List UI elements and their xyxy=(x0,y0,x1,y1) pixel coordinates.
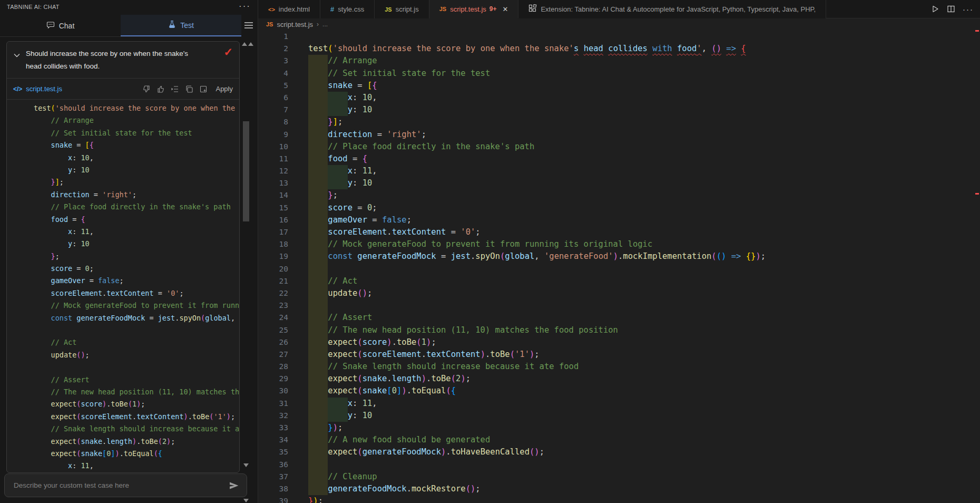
code-line[interactable]: 14 }; xyxy=(258,189,975,201)
test-card-header[interactable]: Should increase the score by one when th… xyxy=(7,42,239,78)
code-line[interactable]: 11 food = { xyxy=(258,153,975,165)
tab-chat[interactable]: Chat xyxy=(0,15,121,36)
code-line[interactable]: 4 // Set initial state for the test xyxy=(258,67,975,80)
code-line[interactable]: 22 update(); xyxy=(258,287,975,299)
code-line[interactable]: food = { xyxy=(14,214,239,226)
code-line[interactable]: expect(snake[0]).toEqual({ xyxy=(14,448,239,460)
thumbs-up-icon[interactable] xyxy=(156,85,165,93)
split-editor-icon[interactable] xyxy=(947,5,955,13)
custom-test-input[interactable] xyxy=(14,481,229,489)
code-line[interactable]: // The new head position (11, 10) matche… xyxy=(14,386,239,398)
scroll-up-icon[interactable] xyxy=(248,42,253,46)
code-line[interactable]: 12 x: 11, xyxy=(258,165,975,177)
code-line[interactable] xyxy=(14,324,239,336)
code-line[interactable]: 5 snake = [{ xyxy=(258,80,975,92)
code-line[interactable]: 35 expect(generateFoodMock).toHaveBeenCa… xyxy=(258,446,975,458)
scroll-up-icon[interactable] xyxy=(242,42,247,46)
code-line[interactable]: 28 // Snake length should increase becau… xyxy=(258,361,975,373)
close-icon[interactable]: ✕ xyxy=(503,5,508,13)
code-line[interactable]: }]; xyxy=(14,176,239,188)
code-line[interactable]: 18 // Mock generateFood to prevent it fr… xyxy=(258,238,975,250)
more-horizontal-icon[interactable]: ··· xyxy=(239,1,251,12)
copy-icon[interactable] xyxy=(185,85,193,93)
code-line[interactable]: expect(scoreElement.textContent).toBe('1… xyxy=(14,411,239,423)
breadcrumb-rest[interactable]: ... xyxy=(322,21,328,28)
code-line[interactable]: 16 gameOver = false; xyxy=(258,214,975,226)
code-line[interactable]: // Set initial state for the test xyxy=(14,127,239,139)
hamburger-menu-icon[interactable] xyxy=(243,20,255,32)
scroll-down-icon[interactable] xyxy=(243,499,249,502)
code-line[interactable]: 34 // A new food should be generated xyxy=(258,434,975,446)
send-icon[interactable] xyxy=(229,481,239,490)
code-line[interactable]: update(); xyxy=(14,349,239,361)
code-line[interactable]: // Act xyxy=(14,336,239,349)
tab-index-html[interactable]: <> index.html xyxy=(258,0,320,18)
code-line[interactable]: 19 const generateFoodMock = jest.spyOn(g… xyxy=(258,250,975,263)
code-line[interactable]: // Arrange xyxy=(14,114,239,127)
code-line[interactable]: 2test('should increase the score by one … xyxy=(258,43,975,55)
code-line[interactable]: 9 direction = 'right'; xyxy=(258,129,975,141)
code-line[interactable]: }; xyxy=(14,250,239,263)
code-line[interactable]: 30 expect(snake[0]).toEqual({ xyxy=(258,385,975,397)
tab-style-css[interactable]: # style.css xyxy=(320,0,375,18)
code-line[interactable]: x: 11, xyxy=(14,226,239,238)
code-line[interactable]: 17 scoreElement.textContent = '0'; xyxy=(258,226,975,238)
code-line[interactable]: gameOver = false; xyxy=(14,275,239,287)
code-line[interactable]: snake = [{ xyxy=(14,139,239,151)
code-line[interactable]: 20 xyxy=(258,263,975,275)
code-line[interactable]: 37 // Cleanup xyxy=(258,471,975,483)
code-line[interactable]: 32 y: 10 xyxy=(258,410,975,422)
code-line[interactable]: x: 11, xyxy=(14,460,239,472)
code-line[interactable]: 23 xyxy=(258,299,975,312)
tab-test[interactable]: Test xyxy=(121,15,241,36)
code-line[interactable]: 6 x: 10, xyxy=(258,92,975,104)
breadcrumb-file[interactable]: script.test.js xyxy=(277,21,313,28)
code-line[interactable]: // Mock generateFood to prevent it from … xyxy=(14,299,239,312)
code-line[interactable]: 27 expect(scoreElement.textContent).toBe… xyxy=(258,349,975,361)
code-line[interactable]: score = 0; xyxy=(14,263,239,275)
code-line[interactable]: 15 score = 0; xyxy=(258,202,975,214)
code-line[interactable]: y: 10 xyxy=(14,164,239,176)
code-line[interactable]: x: 10, xyxy=(14,152,239,164)
code-line[interactable]: const generateFoodMock = jest.spyOn(glob… xyxy=(14,312,239,324)
code-line[interactable]: 36 xyxy=(258,459,975,471)
code-line[interactable]: // Assert xyxy=(14,374,239,386)
code-line[interactable]: scoreElement.textContent = '0'; xyxy=(14,287,239,299)
code-line[interactable]: 10 // Place food directly in the snake's… xyxy=(258,141,975,153)
more-actions-icon[interactable]: ··· xyxy=(963,5,974,14)
code-line[interactable]: 38 generateFoodMock.mockRestore(); xyxy=(258,483,975,495)
insert-at-cursor-icon[interactable] xyxy=(171,85,179,93)
scroll-down-icon[interactable] xyxy=(243,463,249,467)
code-line[interactable]: y: 10 xyxy=(14,238,239,250)
code-line[interactable]: 26 expect(score).toBe(1); xyxy=(258,336,975,349)
code-line[interactable]: // Snake length should increase because … xyxy=(14,423,239,435)
tab-script-js[interactable]: JS script.js xyxy=(375,0,429,18)
code-line[interactable]: 8 }]; xyxy=(258,116,975,128)
insert-into-new-file-icon[interactable] xyxy=(199,85,208,93)
breadcrumb[interactable]: JS script.test.js › ... xyxy=(258,18,328,30)
code-line[interactable]: 7 y: 10 xyxy=(258,104,975,116)
code-line[interactable]: direction = 'right'; xyxy=(14,189,239,201)
code-line[interactable]: 13 y: 10 xyxy=(258,177,975,189)
code-line[interactable]: expect(snake.length).toBe(2); xyxy=(14,436,239,448)
chevron-down-icon[interactable] xyxy=(14,50,20,60)
code-line[interactable]: 21 // Act xyxy=(258,275,975,287)
code-line[interactable] xyxy=(14,361,239,373)
run-icon[interactable] xyxy=(931,5,939,13)
code-line[interactable]: 29 expect(snake.length).toBe(2); xyxy=(258,373,975,385)
tab-extension-tabnine[interactable]: Extension: Tabnine: AI Chat & Autocomple… xyxy=(518,0,826,18)
code-editor[interactable]: 12test('should increase the score by one… xyxy=(258,29,975,503)
code-line[interactable]: 3 // Arrange xyxy=(258,55,975,67)
code-line[interactable]: expect(score).toBe(1); xyxy=(14,398,239,410)
code-line[interactable]: 31 x: 11, xyxy=(258,398,975,410)
code-line[interactable]: // Place food directly in the snake's pa… xyxy=(14,201,239,213)
code-line[interactable]: 39}); xyxy=(258,495,975,503)
thumbs-down-icon[interactable] xyxy=(142,85,151,93)
code-line[interactable]: 1 xyxy=(258,31,975,43)
code-line[interactable]: 24 // Assert xyxy=(258,312,975,324)
panel-scrollbar-thumb[interactable] xyxy=(243,121,249,221)
code-line[interactable]: test('should increase the score by one w… xyxy=(14,102,239,114)
apply-button[interactable]: Apply xyxy=(215,85,233,93)
code-line[interactable]: 25 // The new head position (11, 10) mat… xyxy=(258,324,975,336)
code-line[interactable]: 33 }); xyxy=(258,422,975,434)
